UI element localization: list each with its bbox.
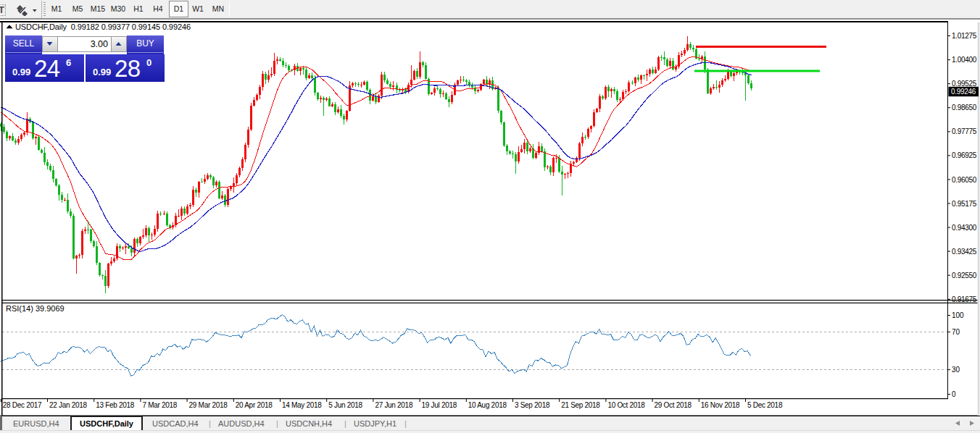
svg-text:0.99525: 0.99525: [952, 80, 977, 88]
svg-text:19 Jul 2018: 19 Jul 2018: [422, 401, 457, 409]
svg-text:0.95175: 0.95175: [952, 200, 977, 208]
svg-text:0.91675: 0.91675: [952, 295, 977, 303]
svg-text:29 Mar 2018: 29 Mar 2018: [189, 401, 228, 409]
svg-text:5 Jun 2018: 5 Jun 2018: [328, 401, 362, 409]
svg-text:20 Apr 2018: 20 Apr 2018: [236, 401, 273, 409]
svg-text:22 Jan 2018: 22 Jan 2018: [49, 401, 87, 409]
svg-text:16 Nov 2018: 16 Nov 2018: [701, 401, 740, 409]
svg-text:0.96925: 0.96925: [952, 151, 977, 159]
svg-text:1.00400: 1.00400: [952, 56, 977, 64]
svg-text:14 May 2018: 14 May 2018: [282, 401, 322, 409]
svg-text:1.01275: 1.01275: [952, 32, 977, 40]
svg-text:7 Mar 2018: 7 Mar 2018: [142, 401, 177, 409]
svg-text:USDCHF,Daily 0.99182 0.99377: USDCHF,Daily 0.99182 0.99377 0.99145 0.9…: [15, 22, 191, 31]
svg-text:RSI(14) 39.9069: RSI(14) 39.9069: [6, 304, 65, 313]
svg-text:3 Sep 2018: 3 Sep 2018: [515, 401, 550, 409]
svg-text:27 Jun 2018: 27 Jun 2018: [375, 401, 412, 409]
svg-text:0.92550: 0.92550: [952, 272, 977, 279]
svg-text:10 Oct 2018: 10 Oct 2018: [607, 401, 645, 409]
svg-text:30: 30: [952, 366, 960, 374]
svg-text:70: 70: [952, 328, 960, 336]
svg-text:0.98650: 0.98650: [952, 104, 977, 112]
svg-text:0.97775: 0.97775: [952, 127, 977, 135]
svg-text:5 Dec 2018: 5 Dec 2018: [747, 401, 783, 409]
svg-text:0.93425: 0.93425: [952, 248, 977, 256]
svg-text:21 Sep 2018: 21 Sep 2018: [561, 401, 600, 409]
svg-text:0: 0: [952, 390, 956, 398]
svg-text:0.96050: 0.96050: [952, 176, 977, 184]
svg-text:13 Feb 2018: 13 Feb 2018: [96, 401, 135, 409]
svg-text:28 Dec 2017: 28 Dec 2017: [3, 401, 42, 409]
svg-text:0.99246: 0.99246: [951, 88, 976, 96]
svg-text:29 Oct 2018: 29 Oct 2018: [655, 401, 692, 409]
svg-text:10 Aug 2018: 10 Aug 2018: [468, 401, 507, 409]
svg-text:100: 100: [952, 311, 964, 319]
svg-text:0.94300: 0.94300: [952, 224, 977, 232]
